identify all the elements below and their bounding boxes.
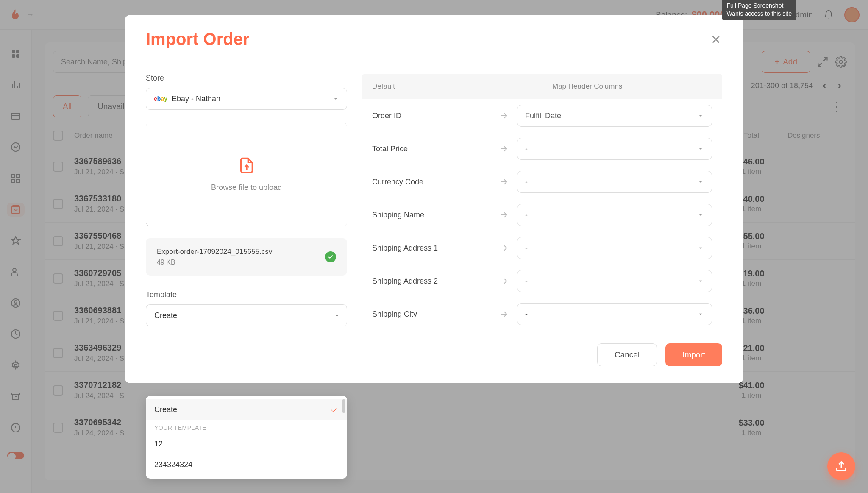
arrow-right-icon (499, 276, 509, 286)
store-label: Store (146, 74, 347, 83)
map-column-select[interactable]: - (517, 138, 712, 160)
chevron-down-icon (697, 145, 704, 152)
map-row: Total Price - (362, 132, 722, 165)
upload-icon (238, 157, 255, 174)
map-select-value: - (525, 211, 528, 220)
chevron-down-icon (697, 245, 704, 251)
map-select-value: - (525, 244, 528, 253)
map-header-columns: Map Header Columns (542, 74, 722, 99)
arrow-right-icon (499, 309, 509, 319)
caret-up-icon (334, 312, 340, 318)
template-option-create[interactable]: Create (146, 399, 347, 420)
store-select[interactable]: ebay Ebay - Nathan (146, 88, 347, 110)
map-row: Shipping City - (362, 298, 722, 331)
map-select-value: Fulfill Date (525, 111, 561, 120)
chevron-down-icon (697, 178, 704, 185)
arrow-right-icon (499, 111, 509, 120)
template-value: Create (153, 311, 177, 320)
map-select-value: - (525, 178, 528, 187)
chevron-down-icon (697, 112, 704, 119)
arrow-right-icon (499, 144, 509, 153)
template-option-12[interactable]: 12 (146, 434, 347, 454)
template-group-header: YOUR TEMPLATE (146, 420, 347, 434)
map-column-select[interactable]: - (517, 171, 712, 193)
map-select-value: - (525, 145, 528, 153)
arrow-right-icon (499, 177, 509, 187)
map-column-select[interactable]: Fulfill Date (517, 105, 712, 127)
map-select-value: - (525, 310, 528, 319)
cancel-button[interactable]: Cancel (597, 343, 657, 366)
map-field-label: Currency Code (372, 178, 491, 187)
map-row: Currency Code - (362, 165, 722, 198)
map-select-value: - (525, 277, 528, 286)
template-dropdown: Create YOUR TEMPLATE 12 234324324 (146, 396, 347, 479)
chevron-down-icon (332, 95, 339, 102)
file-name: Export-order-17092024_015655.csv (157, 248, 325, 256)
uploaded-file-card: Export-order-17092024_015655.csv 49 KB (146, 238, 347, 276)
map-row: Shipping Address 1 - (362, 231, 722, 265)
modal-title: Import Order (146, 30, 249, 49)
chevron-down-icon (697, 278, 704, 284)
dropdown-scrollbar[interactable] (342, 399, 345, 413)
success-check-icon (325, 251, 336, 262)
modal-overlay: Import Order Store ebay Ebay - Nathan Br… (0, 0, 868, 493)
ebay-logo-icon: ebay (154, 95, 167, 102)
file-size: 49 KB (157, 259, 325, 266)
map-column-select[interactable]: - (517, 303, 712, 325)
arrow-right-icon (499, 243, 509, 253)
map-field-label: Shipping Address 1 (372, 244, 491, 253)
chevron-down-icon (697, 311, 704, 318)
import-button[interactable]: Import (665, 343, 722, 366)
map-field-label: Total Price (372, 145, 491, 153)
map-column-select[interactable]: - (517, 237, 712, 259)
close-icon[interactable] (709, 33, 722, 46)
check-icon (330, 406, 339, 414)
store-value: Ebay - Nathan (172, 95, 220, 103)
map-header-default: Default (362, 74, 542, 99)
map-column-select[interactable]: - (517, 270, 712, 292)
map-row: Shipping Address 2 - (362, 265, 722, 298)
template-select[interactable]: Create (146, 304, 347, 326)
map-field-label: Shipping City (372, 310, 491, 319)
dropzone-text: Browse file to upload (211, 183, 282, 192)
extension-tooltip: Full Page Screenshot Wants access to thi… (722, 0, 796, 20)
map-row: Order ID Fulfill Date (362, 99, 722, 132)
map-field-label: Shipping Address 2 (372, 277, 491, 286)
map-field-label: Order ID (372, 111, 491, 120)
arrow-right-icon (499, 210, 509, 220)
template-label: Template (146, 290, 347, 299)
template-option-234324324[interactable]: 234324324 (146, 454, 347, 475)
map-column-select[interactable]: - (517, 204, 712, 226)
chevron-down-icon (697, 212, 704, 218)
import-order-modal: Import Order Store ebay Ebay - Nathan Br… (125, 15, 743, 383)
fab-upload[interactable] (827, 452, 855, 480)
upload-icon (835, 460, 847, 472)
file-dropzone[interactable]: Browse file to upload (146, 123, 347, 226)
map-row: Shipping Name - (362, 198, 722, 231)
map-field-label: Shipping Name (372, 211, 491, 220)
